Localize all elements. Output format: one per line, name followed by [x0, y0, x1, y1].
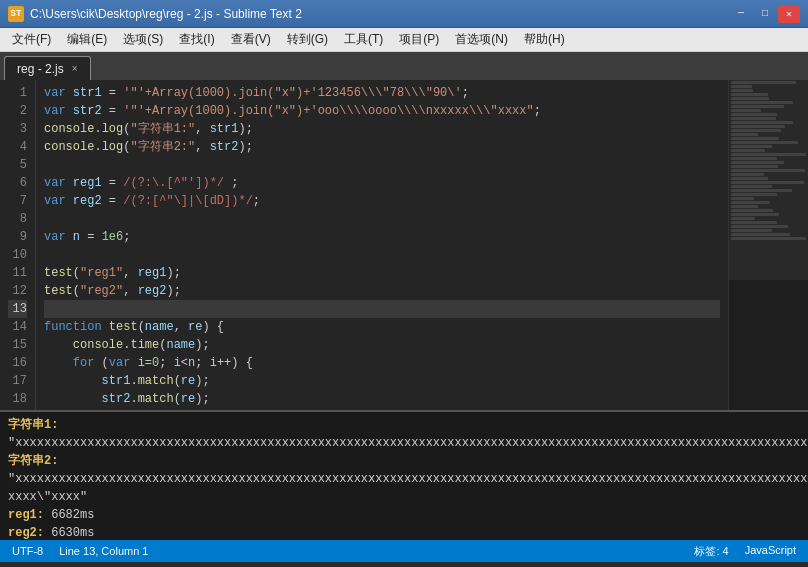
- encoding-label: UTF-8: [12, 545, 43, 557]
- menu-bar: 文件(F)编辑(E)选项(S)查找(I)查看(V)转到(G)工具(T)项目(P)…: [0, 28, 808, 52]
- line-number-12: 12: [8, 282, 27, 300]
- code-line-13: [44, 300, 720, 318]
- menu-item-v[interactable]: 查看(V): [223, 29, 279, 50]
- menu-item-s[interactable]: 选项(S): [115, 29, 171, 50]
- status-right: 标签: 4 JavaScript: [694, 544, 796, 559]
- line-number-5: 5: [8, 156, 27, 174]
- line-number-1: 1: [8, 84, 27, 102]
- tab-reg2js[interactable]: reg - 2.js ×: [4, 56, 91, 80]
- code-line-10: [44, 246, 720, 264]
- status-left: UTF-8 Line 13, Column 1: [12, 545, 148, 557]
- app-icon: ST: [8, 6, 24, 22]
- position-label: Line 13, Column 1: [59, 545, 148, 557]
- tab-bar: reg - 2.js ×: [0, 52, 808, 80]
- line-number-14: 14: [8, 318, 27, 336]
- menu-item-i[interactable]: 查找(I): [171, 29, 222, 50]
- code-line-9: var n = 1e6;: [44, 228, 720, 246]
- console-line: xxxx\"xxxx": [8, 488, 800, 506]
- status-bar: UTF-8 Line 13, Column 1 标签: 4 JavaScript: [0, 540, 808, 562]
- line-number-4: 4: [8, 138, 27, 156]
- code-line-11: test("reg1", reg1);: [44, 264, 720, 282]
- title-bar: ST C:\Users\cik\Desktop\reg\reg - 2.js -…: [0, 0, 808, 28]
- minimap-thumb: [729, 80, 808, 280]
- console-line: 字符串2: "xxxxxxxxxxxxxxxxxxxxxxxxxxxxxxxxx…: [8, 452, 800, 488]
- code-line-15: console.time(name);: [44, 336, 720, 354]
- menu-item-e[interactable]: 编辑(E): [59, 29, 115, 50]
- console-line: reg2: 6630ms: [8, 524, 800, 540]
- line-number-6: 6: [8, 174, 27, 192]
- line-number-3: 3: [8, 120, 27, 138]
- console-line: 字符串1: "xxxxxxxxxxxxxxxxxxxxxxxxxxxxxxxxx…: [8, 416, 800, 452]
- code-line-5: [44, 156, 720, 174]
- line-number-15: 15: [8, 336, 27, 354]
- menu-item-g[interactable]: 转到(G): [279, 29, 336, 50]
- minimap: [728, 80, 808, 410]
- tab-label: reg - 2.js: [17, 62, 64, 76]
- line-number-16: 16: [8, 354, 27, 372]
- line-number-13: 13: [8, 300, 27, 318]
- code-line-1: var str1 = '"'+Array(1000).join("x")+'12…: [44, 84, 720, 102]
- menu-item-p[interactable]: 项目(P): [391, 29, 447, 50]
- line-numbers: 123456789101112131415161718192021: [0, 80, 36, 410]
- code-line-18: str2.match(re);: [44, 390, 720, 408]
- code-line-19: }: [44, 408, 720, 410]
- editor-container: 123456789101112131415161718192021 var st…: [0, 80, 808, 410]
- code-line-6: var reg1 = /(?:\.[^"'])*/ ;: [44, 174, 720, 192]
- language-label: JavaScript: [745, 544, 796, 559]
- console-line: reg1: 6682ms: [8, 506, 800, 524]
- code-line-8: [44, 210, 720, 228]
- window-controls: ─ □ ✕: [730, 5, 800, 23]
- line-number-2: 2: [8, 102, 27, 120]
- menu-item-n[interactable]: 首选项(N): [447, 29, 516, 50]
- code-line-7: var reg2 = /(?:[^"\]|\[dD])*/;: [44, 192, 720, 210]
- code-line-3: console.log("字符串1:", str1);: [44, 120, 720, 138]
- code-line-2: var str2 = '"'+Array(1000).join("x")+'oo…: [44, 102, 720, 120]
- maximize-button[interactable]: □: [754, 5, 776, 23]
- tabs-label: 标签: 4: [694, 544, 728, 559]
- code-area[interactable]: var str1 = '"'+Array(1000).join("x")+'12…: [36, 80, 728, 410]
- menu-item-h[interactable]: 帮助(H): [516, 29, 573, 50]
- minimize-button[interactable]: ─: [730, 5, 752, 23]
- line-number-9: 9: [8, 228, 27, 246]
- line-number-11: 11: [8, 264, 27, 282]
- code-line-12: test("reg2", reg2);: [44, 282, 720, 300]
- tab-close-button[interactable]: ×: [72, 63, 78, 74]
- code-line-4: console.log("字符串2:", str2);: [44, 138, 720, 156]
- console-output: 字符串1: "xxxxxxxxxxxxxxxxxxxxxxxxxxxxxxxxx…: [0, 410, 808, 540]
- code-line-17: str1.match(re);: [44, 372, 720, 390]
- menu-item-f[interactable]: 文件(F): [4, 29, 59, 50]
- line-number-19: 19: [8, 408, 27, 410]
- close-button[interactable]: ✕: [778, 5, 800, 23]
- title-bar-left: ST C:\Users\cik\Desktop\reg\reg - 2.js -…: [8, 6, 302, 22]
- line-number-17: 17: [8, 372, 27, 390]
- line-number-7: 7: [8, 192, 27, 210]
- code-line-14: function test(name, re) {: [44, 318, 720, 336]
- line-number-18: 18: [8, 390, 27, 408]
- line-number-10: 10: [8, 246, 27, 264]
- title-text: C:\Users\cik\Desktop\reg\reg - 2.js - Su…: [30, 7, 302, 21]
- code-line-16: for (var i=0; i<n; i++) {: [44, 354, 720, 372]
- menu-item-t[interactable]: 工具(T): [336, 29, 391, 50]
- line-number-8: 8: [8, 210, 27, 228]
